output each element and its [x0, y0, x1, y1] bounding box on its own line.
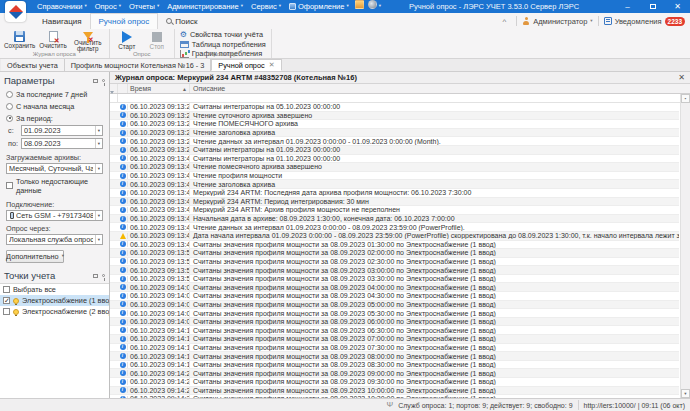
tab-manual-poll[interactable]: Ручной опрос	[90, 13, 159, 29]
filter-row[interactable]	[110, 94, 690, 103]
pin-panel-icon[interactable]	[102, 79, 105, 82]
table-row[interactable]: i06.10.2023 09:14:08.446Считаны значения…	[110, 318, 679, 327]
table-row[interactable]: i06.10.2023 09:13:49.570Считаны значения…	[110, 241, 679, 250]
scrollbar-track[interactable]	[681, 103, 690, 389]
table-row[interactable]: i06.10.2023 09:13:24.448Чтение суточного…	[110, 112, 679, 121]
vertical-scrollbar[interactable]: ▪ ▾	[680, 94, 690, 398]
close-icon[interactable]: ✕	[678, 73, 685, 82]
table-row[interactable]: i06.10.2023 09:14:29.546Считаны значения…	[110, 395, 679, 398]
table-row[interactable]: i06.10.2023 09:13:24.448Чтение заголовка…	[110, 129, 679, 138]
start-button[interactable]: Старт	[112, 30, 142, 51]
date-to-input[interactable]: 08.09.2023 ▾	[21, 138, 103, 149]
table-row[interactable]: i06.10.2023 09:13:45.382Чтение заголовка…	[110, 180, 679, 189]
table-row[interactable]: i06.10.2023 09:14:12.636Считаны значения…	[110, 335, 679, 344]
table-row[interactable]: i06.10.2023 09:13:24.448Чтение ПОМЕСЯЧНО…	[110, 120, 679, 129]
menu-item-5[interactable]: Оформление▾	[285, 0, 353, 13]
period-option-0[interactable]: За последние 7 дней	[0, 88, 109, 100]
tab-navigation[interactable]: Навигация	[34, 13, 90, 29]
table-row[interactable]: i06.10.2023 09:14:14.734Считаны значения…	[110, 344, 679, 353]
quick-export-icon[interactable]	[355, 0, 364, 9]
table-row[interactable]: i06.10.2023 09:13:47.451Начальная дата в…	[110, 215, 679, 224]
table-row[interactable]: i06.10.2023 09:13:24.448Считаны интеграт…	[110, 103, 679, 112]
table-row[interactable]: i06.10.2023 09:13:47.451Меркурий 234 ART…	[110, 198, 679, 207]
quick-access-chevron-icon[interactable]: ▾	[379, 4, 381, 9]
chevron-down-icon[interactable]: ▾	[95, 211, 102, 220]
missing-only-checkbox[interactable]	[6, 182, 13, 189]
table-row[interactable]: 06.10.2023 09:13:47.452Дата начала интер…	[110, 232, 679, 241]
chevron-down-icon[interactable]: ▾	[95, 126, 102, 135]
close-icon[interactable]: ✕	[269, 61, 275, 69]
more-options-button[interactable]: Дополнительно ▾	[6, 250, 64, 263]
chevron-down-icon[interactable]: ▾	[95, 164, 102, 173]
save-button[interactable]: Сохранить	[2, 30, 37, 50]
point-properties-button[interactable]: ⚙ Свойства точки учёта	[177, 30, 269, 40]
tab-search[interactable]: Поиск	[158, 13, 205, 29]
table-row[interactable]: i06.10.2023 09:14:18.932Считаны значения…	[110, 361, 679, 370]
table-row[interactable]: i06.10.2023 09:14:21.030Считаны значения…	[110, 369, 679, 378]
period-option-1[interactable]: С начала месяца	[0, 100, 109, 112]
table-row[interactable]: i06.10.2023 09:14:27.430Считаны значения…	[110, 387, 679, 396]
poll-via-select[interactable]: Локальная служба опроса :: GSM ... ▾	[6, 234, 103, 245]
table-row[interactable]: i06.10.2023 09:13:57.974Считаны значения…	[110, 275, 679, 284]
table-row[interactable]: i06.10.2023 09:13:53.752Считаны значения…	[110, 258, 679, 267]
missing-only-option[interactable]: Только недостающие данные	[0, 174, 109, 197]
consumption-table-button[interactable]: Таблица потребления	[177, 40, 269, 50]
metering-point-row-1[interactable]: Электроснабжение (2 ввод)	[0, 306, 109, 317]
header-time-column[interactable]: Время ▲	[128, 84, 190, 93]
doc-tab-1[interactable]: Профиль мощности Котельная №16 - 3	[65, 59, 212, 71]
minimize-button[interactable]: –	[615, 0, 640, 13]
stop-button[interactable]: Стоп	[142, 30, 172, 51]
radio-button[interactable]	[6, 115, 13, 122]
table-row[interactable]: i06.10.2023 09:13:45.382Чтение профиля м…	[110, 172, 679, 181]
table-row[interactable]: i06.10.2023 09:14:10.540Считаны значения…	[110, 326, 679, 335]
chevron-down-icon[interactable]: ▾	[95, 139, 102, 148]
menu-item-3[interactable]: Администрирование▾	[163, 0, 247, 13]
doc-tab-0[interactable]: Объекты учета	[1, 59, 65, 71]
table-row[interactable]: i06.10.2023 09:13:51.664Считаны значения…	[110, 249, 679, 258]
table-row[interactable]: i06.10.2023 09:13:47.451Меркурий 234 ART…	[110, 189, 679, 198]
table-row[interactable]: i06.10.2023 09:14:23.690Считаны значения…	[110, 378, 679, 387]
menu-item-4[interactable]: Сервис▾	[247, 0, 285, 13]
close-button[interactable]: ✕	[665, 0, 690, 13]
maximize-button[interactable]	[640, 0, 665, 13]
table-row[interactable]: i06.10.2023 09:14:00.060Считаны значения…	[110, 283, 679, 292]
table-row[interactable]: i06.10.2023 09:13:55.864Считаны значения…	[110, 266, 679, 275]
table-row[interactable]: i06.10.2023 09:14:06.334Считаны значения…	[110, 309, 679, 318]
menu-item-0[interactable]: Справочники▾	[33, 0, 91, 13]
table-row[interactable]: i06.10.2023 09:14:04.245Считаны значения…	[110, 301, 679, 310]
chevron-down-icon[interactable]: ▾	[95, 235, 102, 244]
table-row[interactable]: i06.10.2023 09:13:47.452Чтение данных за…	[110, 223, 679, 232]
user-menu[interactable]: Администратор ▾	[522, 17, 592, 26]
pin-panel-icon[interactable]	[102, 274, 105, 277]
scroll-down-button[interactable]: ▾	[681, 389, 690, 398]
point-checkbox[interactable]: ✓	[3, 297, 10, 304]
doc-tab-2[interactable]: Ручной опрос✕	[211, 59, 281, 71]
table-row[interactable]: i06.10.2023 09:14:02.136Считаны значения…	[110, 292, 679, 301]
float-panel-icon[interactable]	[93, 274, 98, 278]
notifications-button[interactable]: Уведомления 2233	[604, 17, 685, 26]
clear-button[interactable]: Очистить	[37, 30, 68, 50]
connection-select[interactable]: Сеть GSM - +79173408853 ▾	[6, 210, 103, 221]
period-option-2[interactable]: За период:	[0, 112, 109, 124]
radio-button[interactable]	[6, 103, 13, 110]
scrollbar-top-button[interactable]: ▪	[681, 94, 690, 103]
metering-point-row-0[interactable]: ✓Электроснабжение (1 ввод)	[0, 295, 109, 306]
table-row[interactable]: i06.10.2023 09:13:47.451Меркурий 234 ART…	[110, 206, 679, 215]
header-desc-column[interactable]: Описание	[190, 84, 679, 93]
select-all-row[interactable]: Выбрать все	[0, 284, 109, 295]
menu-item-2[interactable]: Отчеты▾	[125, 0, 163, 13]
select-all-checkbox[interactable]	[3, 286, 10, 293]
table-row[interactable]: i06.10.2023 09:13:45.382Считаны интеграт…	[110, 155, 679, 164]
table-row[interactable]: i06.10.2023 09:13:24.448Чтение данных за…	[110, 137, 679, 146]
menu-item-1[interactable]: Опрос▾	[91, 0, 125, 13]
table-row[interactable]: i06.10.2023 09:14:16.859Считаны значения…	[110, 352, 679, 361]
collapse-ribbon-button[interactable]: ^	[497, 16, 511, 27]
table-row[interactable]: i06.10.2023 09:13:24.998Считаны интеграт…	[110, 146, 679, 155]
float-panel-icon[interactable]	[93, 79, 98, 83]
point-checkbox[interactable]	[3, 308, 10, 315]
radio-button[interactable]	[6, 91, 13, 98]
table-row[interactable]: i06.10.2023 09:13:45.382Чтение помесячно…	[110, 163, 679, 172]
date-from-input[interactable]: 01.09.2023 ▾	[21, 125, 103, 136]
quick-print-icon[interactable]	[368, 0, 377, 9]
archives-select[interactable]: Месячный, Суточный, Часовой, Пр... ▾	[6, 163, 103, 174]
